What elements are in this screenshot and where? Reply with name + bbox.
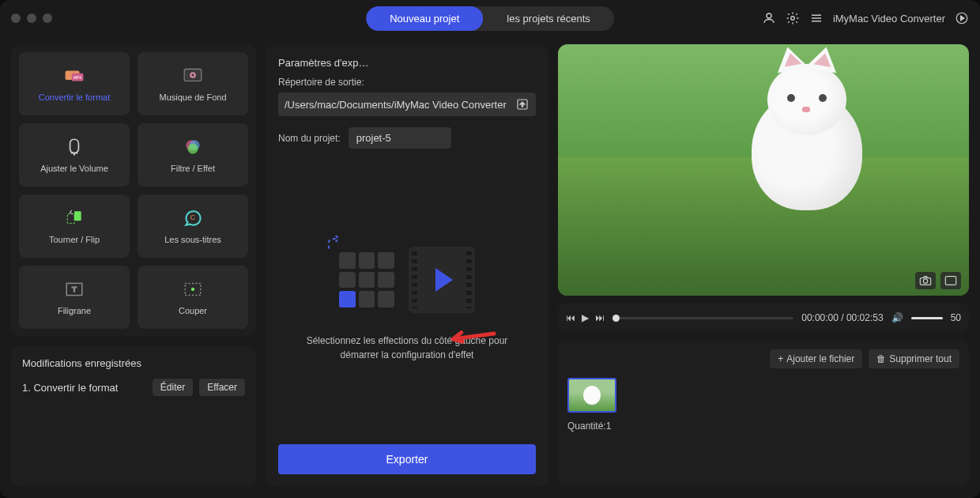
seek-bar[interactable] (612, 317, 793, 319)
volume-value: 50 (951, 312, 961, 323)
svg-text:T: T (72, 285, 77, 293)
volume-slider[interactable] (911, 317, 943, 319)
output-directory-field[interactable]: /Users/mac/Documents/iMyMac Video Conver… (278, 92, 536, 116)
svg-point-0 (767, 13, 771, 18)
project-name-label: Nom du projet: (278, 133, 341, 144)
tile-filter-effect[interactable]: Filtre / Effet (138, 123, 248, 187)
export-button[interactable]: Exporter (278, 444, 536, 474)
edit-button[interactable]: Éditer (153, 379, 193, 396)
svg-point-1 (791, 17, 795, 21)
tool-grid: MP4 Convertir le format Musique de Fond … (11, 44, 256, 337)
video-frame[interactable] (558, 44, 969, 296)
svg-point-11 (188, 144, 198, 154)
tile-label: Musique de Fond (160, 92, 227, 102)
tile-adjust-volume[interactable]: Ajuster le Volume (19, 123, 130, 187)
export-section-title: Paramètres d'exp… (278, 57, 536, 69)
prev-icon[interactable]: ⏮ (566, 312, 575, 323)
svg-rect-22 (945, 277, 956, 285)
app-name-label: iMyMac Video Converter (833, 13, 945, 25)
video-preview (558, 44, 969, 296)
file-panel: +Ajouter le fichier 🗑Supprimer tout Quan… (558, 340, 969, 487)
folder-browse-icon[interactable] (515, 97, 530, 111)
volume-icon[interactable]: 🔊 (891, 312, 903, 323)
convert-format-icon: MP4 (64, 66, 85, 86)
snapshot-icon[interactable] (915, 272, 936, 289)
effect-placeholder: Sélectionnez les effections du côté gauc… (278, 164, 536, 444)
tile-convert-format[interactable]: MP4 Convertir le format (19, 52, 130, 115)
minimize-window-icon[interactable] (27, 13, 36, 23)
tile-label: Filigrane (58, 306, 91, 315)
project-name-input[interactable] (349, 127, 451, 149)
volume-icon (64, 137, 85, 157)
play-circle-icon[interactable] (955, 11, 969, 25)
file-thumbnail[interactable] (567, 378, 616, 413)
tile-label: Convertir le format (39, 92, 110, 102)
player-controls: ⏮ ▶ ⏭ 00:00:00 / 00:02:53 🔊 50 (558, 304, 969, 332)
quantity-label: Quantité:1 (567, 421, 959, 432)
tab-recent-projects[interactable]: les projets récents (483, 6, 614, 31)
rotate-icon (64, 208, 85, 228)
next-icon[interactable]: ⏭ (595, 312, 605, 323)
fullscreen-icon[interactable] (940, 272, 961, 289)
project-segmented-control: Nouveau projet les projets récents (366, 6, 614, 31)
clear-button[interactable]: Effacer (199, 379, 245, 396)
tile-label: Les sous-titres (164, 235, 221, 244)
filter-icon (183, 137, 203, 157)
svg-text:C: C (190, 213, 195, 221)
cut-icon (183, 279, 203, 300)
tile-turn-flip[interactable]: Tourner / Flip (19, 194, 130, 258)
play-icon[interactable]: ▶ (582, 312, 589, 323)
settings-icon[interactable] (786, 11, 800, 25)
tile-subtitles[interactable]: C Les sous-titres (138, 194, 248, 258)
output-directory-value: /Users/mac/Documents/iMyMac Video Conver… (285, 99, 515, 111)
menu-icon[interactable] (809, 11, 824, 25)
subtitles-icon: C (183, 208, 203, 228)
tab-new-project[interactable]: Nouveau projet (366, 6, 483, 31)
svg-rect-12 (67, 214, 74, 224)
time-display: 00:00:00 / 00:02:53 (801, 312, 883, 323)
music-icon (183, 66, 203, 86)
svg-point-18 (191, 288, 194, 291)
tile-label: Couper (179, 306, 207, 315)
svg-rect-13 (74, 211, 81, 221)
outdir-label: Répertoire de sortie: (278, 77, 536, 88)
watermark-icon: T (64, 279, 85, 300)
modifications-title: Modifications enregistrées (22, 357, 245, 369)
add-file-button[interactable]: +Ajouter le fichier (770, 349, 862, 368)
tile-label: Tourner / Flip (49, 235, 100, 244)
traffic-lights (11, 13, 52, 23)
tile-label: Ajuster le Volume (40, 164, 108, 173)
svg-point-21 (923, 279, 927, 283)
tile-cut[interactable]: Couper (138, 266, 248, 329)
remove-all-button[interactable]: 🗑Supprimer tout (869, 349, 959, 368)
title-bar: Nouveau projet les projets récents iMyMa… (0, 0, 980, 36)
modifications-panel: Modifications enregistrées 1. Convertir … (11, 346, 256, 487)
modification-item: 1. Convertir le format (22, 382, 146, 394)
account-icon[interactable] (762, 11, 776, 25)
maximize-window-icon[interactable] (43, 13, 52, 23)
svg-text:MP4: MP4 (74, 76, 81, 80)
tile-background-music[interactable]: Musique de Fond (138, 52, 248, 115)
tile-watermark[interactable]: T Filigrane (19, 266, 130, 329)
tile-label: Filtre / Effet (171, 164, 215, 173)
trash-icon: 🗑 (876, 353, 886, 364)
export-panel: Paramètres d'exp… Répertoire de sortie: … (266, 44, 548, 487)
svg-point-8 (191, 74, 194, 76)
close-window-icon[interactable] (11, 13, 21, 23)
plus-icon: + (778, 353, 783, 364)
